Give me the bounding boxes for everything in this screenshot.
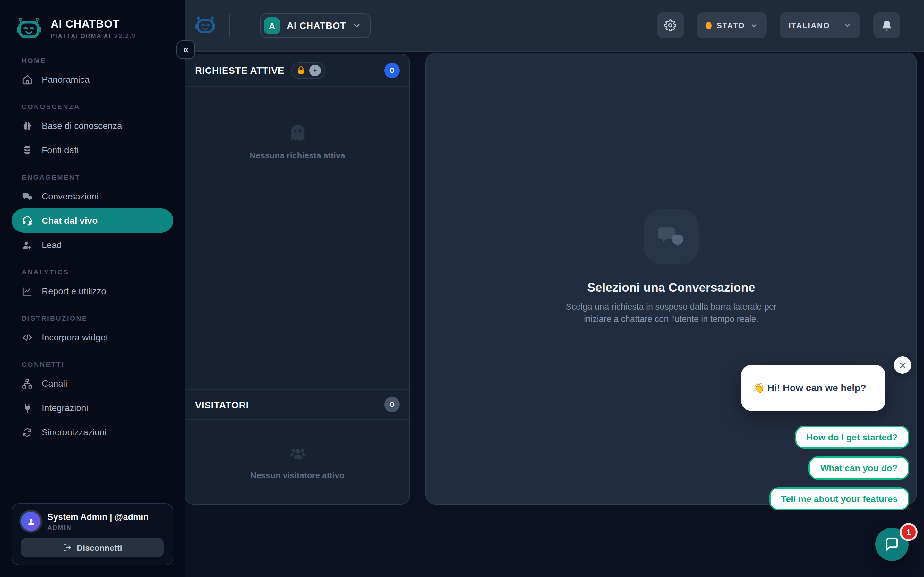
- brain-icon: [22, 120, 33, 131]
- app-version: V2.2.9: [114, 33, 136, 39]
- settings-button[interactable]: [657, 12, 684, 39]
- sidebar-item-sincronizzazioni[interactable]: Sincronizzazioni: [11, 420, 173, 444]
- chevron-down-icon: [750, 21, 758, 29]
- robot-logo-icon: [15, 15, 42, 42]
- requests-empty-text: Nessuna richiesta attiva: [250, 151, 345, 160]
- sidebar-collapse-button[interactable]: «: [176, 40, 195, 59]
- chat-widget-greeting: 👋 Hi! How can we help?: [741, 365, 885, 411]
- status-dot: [706, 21, 712, 29]
- logout-icon: [63, 543, 71, 552]
- nav-section-analytics: ANALYTICS: [22, 268, 185, 276]
- nav-section-home: HOME: [22, 56, 185, 64]
- conversation-empty-subtitle: Scelga una richiesta in sospeso dalla ba…: [558, 301, 784, 326]
- greeting-text: 👋 Hi! How can we help?: [753, 382, 866, 394]
- conversation-empty-title: Selezioni una Conversazione: [587, 280, 755, 295]
- notifications-button[interactable]: [873, 12, 900, 39]
- sidebar-item-chat-dal-vivo[interactable]: Chat dal vivo: [11, 208, 173, 233]
- requests-count-badge: 0: [384, 63, 400, 78]
- sidebar-nav: HOME Panoramica CONOSCENZA Base di conos…: [0, 56, 185, 444]
- requests-empty-state: Nessuna richiesta attiva: [186, 87, 409, 389]
- header-divider: [229, 14, 230, 37]
- language-select[interactable]: ITALIANO: [780, 12, 861, 39]
- sidebar-item-panoramica[interactable]: Panoramica: [11, 67, 173, 92]
- sync-icon: [22, 427, 33, 438]
- status-dropdown[interactable]: STATO: [697, 12, 767, 39]
- requests-title: RICHIESTE ATTIVE: [195, 65, 284, 76]
- suggestion-chip-what-can-you-do[interactable]: What can you do?: [809, 456, 909, 480]
- visitors-empty-state: Nessun visitatore attivo: [186, 420, 409, 504]
- app-title: AI CHATBOT: [51, 18, 136, 30]
- requests-panel: RICHIESTE ATTIVE 0 Nessuna richiest: [185, 54, 410, 504]
- database-icon: [22, 145, 33, 155]
- live-chat-dashboard: AI CHATBOT PIATTAFORMA AIV2.2.9 HOME Pan…: [0, 0, 924, 577]
- brand: AI CHATBOT PIATTAFORMA AIV2.2.9: [0, 0, 185, 42]
- home-icon: [22, 74, 33, 85]
- bell-icon: [881, 19, 893, 31]
- code-icon: [22, 332, 33, 343]
- suggestion-chip-get-started[interactable]: How do I get started?: [795, 426, 909, 449]
- chat-bubble-icon: [884, 536, 900, 553]
- sidebar-item-incorpora-widget[interactable]: Incorpora widget: [11, 325, 173, 350]
- bot-avatar: A: [264, 17, 280, 34]
- nav-section-conoscenza: CONOSCENZA: [22, 103, 185, 110]
- nav-section-engagement: ENGAGEMENT: [22, 173, 185, 181]
- chart-line-icon: [22, 285, 33, 297]
- gear-icon: [664, 19, 677, 31]
- network-icon: [22, 378, 33, 389]
- sidebar-item-fonti-dati[interactable]: Fonti dati: [11, 138, 173, 162]
- sidebar-item-integrazioni[interactable]: Integrazioni: [11, 396, 173, 420]
- sidebar-item-base-di-conoscenza[interactable]: Base di conoscenza: [11, 113, 173, 138]
- visitors-group-icon: [288, 444, 307, 463]
- user-card: System Admin | @admin ADMIN Disconnetti: [11, 503, 173, 566]
- sidebar-item-conversazioni[interactable]: Conversazioni: [11, 184, 173, 208]
- nav-section-connetti: CONNETTI: [22, 360, 185, 368]
- close-icon[interactable]: [894, 356, 911, 374]
- lock-icon: [296, 65, 306, 75]
- double-chevron-left-icon: «: [183, 44, 189, 55]
- header-actions: STATO ITALIANO: [657, 12, 900, 39]
- chevron-down-icon: [843, 21, 851, 29]
- header-robot-logo-icon: [194, 15, 216, 37]
- ghost-icon: [287, 123, 308, 143]
- conversation-empty-state: Selezioni una Conversazione Scelga una r…: [558, 209, 784, 326]
- visitors-panel-header: VISITATORI 0: [186, 389, 409, 420]
- headset-icon: [22, 215, 33, 226]
- suggestion-chip-features[interactable]: Tell me about your features: [769, 487, 909, 510]
- user-tag-icon: [22, 239, 33, 250]
- visitors-title: VISITATORI: [195, 399, 249, 410]
- app-subtitle: PIATTAFORMA AIV2.2.9: [51, 33, 136, 39]
- nav-section-distribuzione: DISTRIBUZIONE: [22, 314, 185, 322]
- user-name: System Admin | @admin: [47, 512, 149, 522]
- top-header: A AI CHATBOT STATO: [185, 0, 924, 52]
- sidebar: AI CHATBOT PIATTAFORMA AIV2.2.9 HOME Pan…: [0, 0, 185, 577]
- visitors-empty-text: Nessun visitatore attivo: [250, 470, 344, 480]
- chat-suggestions: How do I get started? What can you do? T…: [717, 426, 909, 510]
- bot-selector-dropdown[interactable]: A AI CHATBOT: [260, 13, 371, 38]
- unread-count-badge: 1: [900, 523, 918, 541]
- visitors-count-badge: 0: [384, 397, 400, 412]
- avatar: [21, 512, 40, 531]
- chevron-down-icon: [352, 21, 362, 30]
- requests-panel-header: RICHIESTE ATTIVE 0: [186, 55, 409, 87]
- plug-icon: [22, 402, 33, 413]
- play-button[interactable]: [309, 64, 321, 76]
- user-role: ADMIN: [47, 524, 149, 530]
- sidebar-item-report-e-utilizzo[interactable]: Report e utilizzo: [11, 279, 173, 303]
- chat-bubbles-icon: [644, 209, 699, 264]
- auto-accept-toggle[interactable]: [291, 62, 325, 79]
- sidebar-item-lead[interactable]: Lead: [11, 233, 173, 257]
- logout-button[interactable]: Disconnetti: [21, 538, 164, 557]
- chat-bubbles-icon: [22, 191, 33, 201]
- sidebar-item-canali[interactable]: Canali: [11, 371, 173, 396]
